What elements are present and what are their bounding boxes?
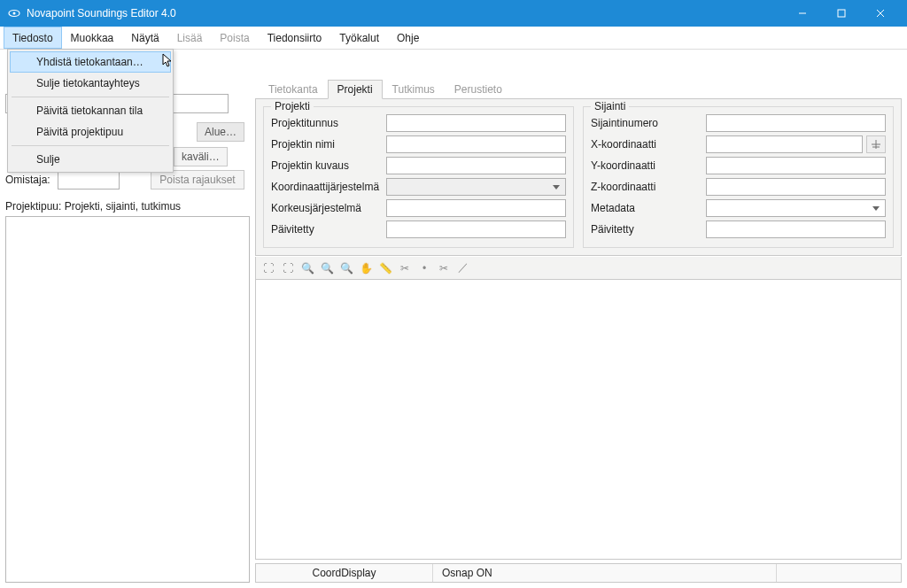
menubar: TiedostoMuokkaaNäytäLisääPoistaTiedonsii… xyxy=(0,27,907,50)
projekti-row: Projektitunnus xyxy=(271,114,566,132)
menu-lisää: Lisää xyxy=(168,27,212,49)
svg-point-1 xyxy=(13,12,16,15)
sijainti-label: Metadata xyxy=(591,202,706,214)
sijainti-fieldset: Sijainti SijaintinumeroX-koordinaattiY-k… xyxy=(583,106,894,248)
sijainti-row: Päivitetty xyxy=(591,220,886,238)
sijainti-select[interactable] xyxy=(706,199,886,217)
menu-separator xyxy=(12,145,169,146)
projekti-input[interactable] xyxy=(386,157,566,174)
sijainti-row: Y-koordinaatti xyxy=(591,157,886,174)
tab-tutkimus[interactable]: Tutkimus xyxy=(383,80,445,99)
menu-poista: Poista xyxy=(211,27,258,49)
menu-item[interactable]: Sulje xyxy=(10,149,171,170)
sijainti-input[interactable] xyxy=(706,157,886,174)
status-coord: CoordDisplay xyxy=(256,564,433,582)
menu-näytä[interactable]: Näytä xyxy=(122,27,167,49)
alue-button[interactable]: Alue… xyxy=(197,122,244,142)
menu-muokkaa[interactable]: Muokkaa xyxy=(62,27,123,49)
zoom-realtime-icon[interactable]: 🔍 xyxy=(337,259,355,277)
projekti-label: Koordinaattijärjestelmä xyxy=(271,181,386,193)
omistaja-input[interactable] xyxy=(58,170,120,190)
projekti-select[interactable] xyxy=(386,178,566,196)
projekti-row: Projektin nimi xyxy=(271,135,566,153)
app-logo-icon xyxy=(7,6,21,20)
projekti-row: Projektin kuvaus xyxy=(271,157,566,174)
projekti-label: Projektitunnus xyxy=(271,117,386,129)
zoom-window-icon[interactable]: ⛶ xyxy=(279,259,297,277)
drawing-toolbar: ⛶⛶🔍🔍🔍✋📏✂•✂／ xyxy=(255,257,902,280)
projekti-row: Koordinaattijärjestelmä xyxy=(271,178,566,196)
projekti-label: Projektin nimi xyxy=(271,138,386,151)
zoom-extents-icon[interactable]: ⛶ xyxy=(260,259,277,277)
right-panel: TietokantaProjektiTutkimusPerustieto Pro… xyxy=(255,50,907,588)
menu-tiedonsiirto[interactable]: Tiedonsiirto xyxy=(259,27,331,49)
sijainti-input[interactable] xyxy=(706,135,863,153)
sijainti-input[interactable] xyxy=(706,178,886,196)
tab-tietokanta[interactable]: Tietokanta xyxy=(259,80,328,99)
tab-strip: TietokantaProjektiTutkimusPerustieto xyxy=(259,80,902,99)
status-bar: CoordDisplay Osnap ON xyxy=(255,563,902,583)
menu-separator xyxy=(12,97,169,97)
menu-tiedosto[interactable]: Tiedosto xyxy=(4,27,62,49)
sijainti-row: X-koordinaatti xyxy=(591,135,886,153)
sijainti-label: Päivitetty xyxy=(591,223,706,236)
menu-item[interactable]: Päivitä tietokannan tila xyxy=(10,100,171,121)
status-osnap[interactable]: Osnap ON xyxy=(433,564,777,582)
zoom-out-icon[interactable]: 🔍 xyxy=(318,259,336,277)
measure-icon[interactable]: 📏 xyxy=(376,259,394,277)
projekti-input[interactable] xyxy=(386,114,566,132)
menu-item[interactable]: Yhdistä tietokantaan… xyxy=(10,51,171,73)
tab-perustieto[interactable]: Perustieto xyxy=(445,80,512,99)
menu-ohje[interactable]: Ohje xyxy=(388,27,428,49)
projekti-input[interactable] xyxy=(386,135,566,153)
sijainti-row: Z-koordinaatti xyxy=(591,178,886,196)
window-maximize-button[interactable] xyxy=(822,0,861,27)
project-tree-label: Projektipuu: Projekti, sijainti, tutkimu… xyxy=(5,200,250,213)
sijainti-row: Sijaintinumero xyxy=(591,114,886,132)
window-minimize-button[interactable] xyxy=(783,0,822,27)
projekti-legend: Projekti xyxy=(271,100,314,112)
omistaja-label: Omistaja: xyxy=(5,174,50,186)
sijainti-input[interactable] xyxy=(706,220,886,238)
tab-projekti[interactable]: Projekti xyxy=(328,80,383,99)
projekti-label: Korkeusjärjestelmä xyxy=(271,202,386,214)
scissors-icon[interactable]: ✂ xyxy=(435,259,453,277)
projekti-input[interactable] xyxy=(386,199,566,217)
pan-icon[interactable]: ✋ xyxy=(357,259,375,277)
sijainti-row: Metadata xyxy=(591,199,886,217)
sijainti-legend: Sijainti xyxy=(591,100,629,112)
sijainti-label: X-koordinaatti xyxy=(591,138,706,151)
window-title: Novapoint Soundings Editor 4.0 xyxy=(27,7,783,19)
sijainti-label: Z-koordinaatti xyxy=(591,181,706,193)
pick-coordinate-icon[interactable] xyxy=(866,135,886,153)
menu-työkalut[interactable]: Työkalut xyxy=(330,27,388,49)
menu-item[interactable]: Sulje tietokantayhteys xyxy=(10,73,171,94)
sijainti-label: Sijaintinumero xyxy=(591,117,706,129)
projekti-row: Päivitetty xyxy=(271,220,566,238)
svg-rect-3 xyxy=(838,10,845,17)
file-menu-dropdown: Yhdistä tietokantaan…Sulje tietokantayht… xyxy=(7,49,174,173)
kavali-button[interactable]: kaväli… xyxy=(174,147,228,166)
tab-content-projekti: Projekti ProjektitunnusProjektin nimiPro… xyxy=(255,98,902,256)
sijainti-input[interactable] xyxy=(706,114,886,132)
projekti-fieldset: Projekti ProjektitunnusProjektin nimiPro… xyxy=(263,106,574,248)
window-close-button[interactable] xyxy=(861,0,900,27)
poista-rajaukset-button[interactable]: Poista rajaukset xyxy=(151,170,244,190)
projekti-input[interactable] xyxy=(386,220,566,238)
project-tree[interactable] xyxy=(5,216,250,583)
drawing-canvas[interactable] xyxy=(255,280,902,560)
projekti-label: Projektin kuvaus xyxy=(271,159,386,172)
status-empty xyxy=(777,564,901,582)
line-icon[interactable]: ／ xyxy=(454,259,472,277)
clip-icon[interactable]: ✂ xyxy=(396,259,414,277)
zoom-in-icon[interactable]: 🔍 xyxy=(298,259,316,277)
projekti-label: Päivitetty xyxy=(271,223,386,236)
menu-item[interactable]: Päivitä projektipuu xyxy=(10,121,171,143)
window-titlebar: Novapoint Soundings Editor 4.0 xyxy=(0,0,907,27)
sijainti-label: Y-koordinaatti xyxy=(591,159,706,172)
point-icon[interactable]: • xyxy=(415,259,433,277)
projekti-row: Korkeusjärjestelmä xyxy=(271,199,566,217)
